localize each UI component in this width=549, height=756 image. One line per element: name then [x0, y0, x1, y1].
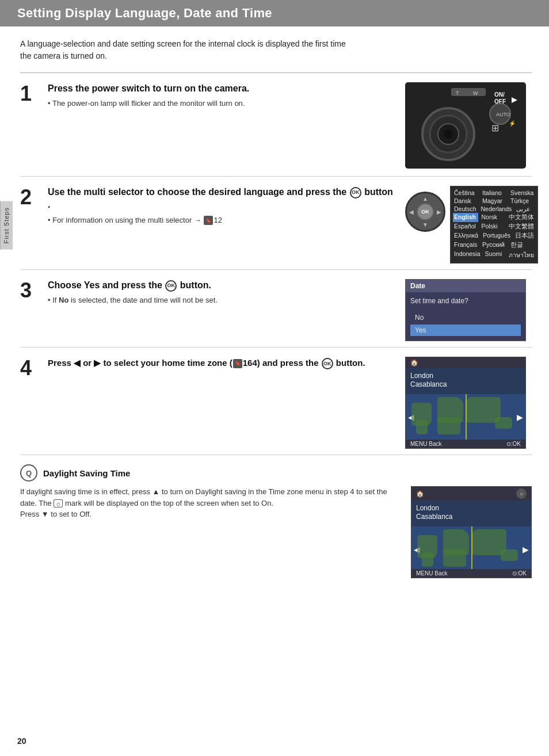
step-4-heading: Press ◀ or ▶ to select your home time zo…	[48, 357, 396, 369]
tz-back-label: MENU Back	[410, 441, 441, 447]
arrow-up-icon: ▲	[422, 196, 428, 202]
step-1-num: 1	[20, 83, 39, 104]
step-4-row: 4 Press ◀ or ▶ to select your home time …	[20, 348, 532, 455]
lang-row-1: Dansk Magyar Türkçe	[453, 197, 535, 205]
lang-row-5: Ελληνικά Português 日本語	[453, 231, 535, 240]
date-screen-body: Set time and date? No Yes	[406, 292, 525, 341]
step-1-row: 1 Press the power switch to turn on the …	[20, 73, 532, 177]
intro-text: A language-selection and date setting sc…	[20, 38, 354, 62]
ref-icon-step2: 🔖	[204, 216, 213, 225]
step-3-row: 3 Choose Yes and press the OK button. If…	[20, 270, 532, 348]
lang-row-7: Indonesia Suomi ภาษาไทย	[453, 250, 535, 261]
tz-header-dst: 🏠 ☼	[411, 487, 531, 501]
tz-city-casablanca: Casablanca	[410, 380, 521, 388]
tz-footer: MENU Back ⊙:OK	[406, 440, 525, 448]
dst-body: If daylight saving time is in effect, pr…	[20, 486, 532, 578]
dst-text: If daylight saving time is in effect, pr…	[20, 486, 402, 578]
svg-text:AUTO: AUTO	[496, 112, 510, 117]
date-option-yes: Yes	[410, 324, 521, 336]
step-2-bullet: For information on using the multi selec…	[48, 215, 396, 226]
date-screen-question: Set time and date?	[410, 297, 521, 305]
lang-cell: Čeština	[453, 189, 479, 197]
tz-back-label-dst: MENU Back	[416, 570, 447, 576]
home-icon-dst: 🏠	[416, 490, 424, 498]
step-1-image: T W ON/ OFF AUTO ⊞ ⚡	[405, 82, 532, 170]
lang-cell: Français	[453, 240, 479, 250]
step-2-image: ▲ OK ▼ ◀ ▶ Čeština Italiano Svenska	[405, 186, 532, 264]
lang-cell: Türkçe	[509, 197, 535, 205]
lang-cell: Italiano	[481, 189, 507, 197]
ok-button-step4: OK	[322, 358, 333, 369]
main-content: A language-selection and date setting sc…	[0, 26, 549, 595]
svg-text:W: W	[473, 90, 478, 96]
side-tab: First Steps	[0, 201, 13, 250]
tz-meridian-line	[466, 394, 467, 440]
tz-ok-label-dst: ⊙:OK	[512, 570, 527, 576]
dst-screen-icon: ☼	[516, 488, 527, 499]
arrow-down-icon: ▼	[422, 222, 428, 228]
step-2-row: 2 Use the multi selector to choose the d…	[20, 177, 532, 270]
tz-arrow-right-dst-icon: ▶	[523, 545, 529, 554]
svg-point-4	[444, 129, 453, 139]
lang-cell: Русский	[481, 240, 507, 250]
svg-text:T: T	[456, 90, 459, 96]
map-blob-africa	[437, 417, 460, 434]
tz-city-london-dst: London	[416, 504, 527, 512]
ok-button-step3: OK	[165, 280, 177, 292]
step-3-image: Date Set time and date? No Yes	[405, 279, 532, 341]
svg-text:ON/: ON/	[494, 91, 505, 98]
step-4-image: 🏠 London Casablanca ◀	[405, 357, 532, 449]
camera-power-svg: T W ON/ OFF AUTO ⊞ ⚡	[405, 82, 526, 169]
svg-text:⊞: ⊞	[491, 123, 499, 133]
lang-cell: 한글	[509, 240, 535, 250]
lang-cell: Ελληνικά	[453, 231, 479, 240]
tz-city-london: London	[410, 372, 521, 380]
lang-cell: 中文简体	[508, 213, 535, 222]
map-blob-australia	[495, 417, 512, 429]
svg-text:⚡: ⚡	[509, 120, 516, 127]
step-3-content: Choose Yes and press the OK button. If N…	[48, 279, 396, 306]
lang-cell: Deutsch	[453, 205, 478, 213]
lang-row-4: Español Polski 中文繁體	[453, 222, 535, 231]
tz-body-dst: London Casablanca	[411, 501, 531, 524]
tz-city-casablanca-dst: Casablanca	[416, 513, 527, 521]
tz-arrow-right-icon: ▶	[517, 413, 523, 422]
lang-cell: Suomi	[484, 250, 505, 261]
tz-ok-label: ⊙:OK	[506, 441, 521, 447]
lang-row-0: Čeština Italiano Svenska	[453, 189, 535, 197]
step-2-num: 2	[20, 187, 39, 208]
lang-selector-container: ▲ OK ▼ ◀ ▶ Čeština Italiano Svenska	[405, 186, 532, 264]
arrow-left-icon: ◀	[409, 209, 414, 215]
lang-cell: Indonesia	[453, 250, 482, 261]
dst-header-row: Q Daylight Saving Time	[20, 464, 532, 482]
step-2-content: Use the multi selector to choose the des…	[48, 186, 396, 226]
header-bar: Setting Display Language, Date and Time	[0, 0, 549, 26]
lang-cell-english: English	[453, 213, 478, 222]
step-1-heading: Press the power switch to turn on the ca…	[48, 82, 396, 95]
home-icon: 🏠	[410, 359, 418, 366]
step-1-content: Press the power switch to turn on the ca…	[48, 82, 396, 109]
map-blob-dst-samerica	[422, 552, 433, 567]
lang-cell: Magyar	[481, 197, 507, 205]
step-2-heading: Use the multi selector to choose the des…	[48, 186, 396, 212]
step-3-num: 3	[20, 280, 39, 301]
step-3-heading: Choose Yes and press the OK button.	[48, 279, 396, 292]
timezone-screen-dst: 🏠 ☼ London Casablanca ◀	[411, 486, 532, 578]
map-blob-samerica	[416, 420, 428, 434]
tz-body: London Casablanca	[406, 368, 525, 392]
lang-cell: Polski	[481, 222, 506, 231]
lang-cell: Nederlands	[480, 205, 513, 213]
tz-map: ◀ ▶	[406, 394, 525, 440]
lang-row-6: Français Русский 한글	[453, 240, 535, 250]
lang-cell: عربى	[515, 205, 535, 213]
page-title: Setting Display Language, Date and Time	[17, 6, 272, 21]
dst-title: Daylight Saving Time	[43, 468, 130, 478]
lang-row-2: Deutsch Nederlands عربى	[453, 205, 535, 213]
arrow-right-icon: ▶	[437, 209, 441, 215]
step-4-content: Press ◀ or ▶ to select your home time zo…	[48, 357, 396, 373]
lang-cell: Svenska	[509, 189, 535, 197]
lang-cell: ภาษาไทย	[508, 250, 535, 261]
date-screen: Date Set time and date? No Yes	[405, 279, 526, 341]
dst-section: Q Daylight Saving Time If daylight savin…	[20, 455, 532, 584]
page-number: 20	[17, 736, 26, 746]
